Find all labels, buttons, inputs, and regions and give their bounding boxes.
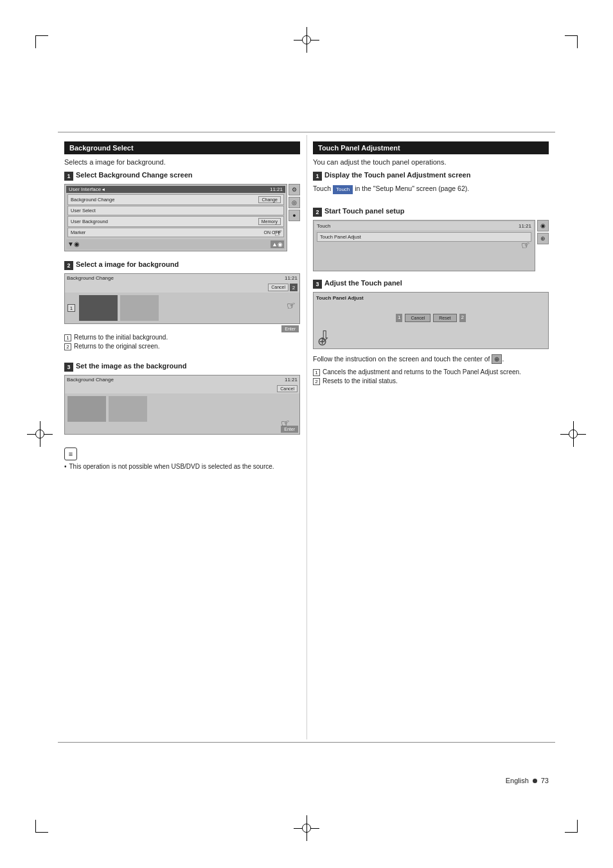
bg-note-content: This operation is not possible when USB/… <box>69 463 274 470</box>
touch-step2-topbar: Touch 11:21 <box>315 222 533 230</box>
touch-instr-suffix: in the "Setup Menu" screen (page 62). <box>355 185 469 192</box>
right-column: Touch Panel Adjustment You can adjust th… <box>313 141 549 739</box>
bg-note-text: • This operation is not possible when US… <box>64 463 300 470</box>
touch-btn-num1: 1 <box>396 314 402 322</box>
bg-step2-titlebar: Background Change 11:21 <box>65 274 299 282</box>
bg-video-icon: ▼◉ <box>67 240 80 248</box>
bg-step1-num: 1 <box>64 172 73 181</box>
bg-step3: 3 Set the image as the background Backgr… <box>64 362 300 435</box>
bg-enter-btn: Enter <box>281 325 299 332</box>
touch-step2-spacer <box>317 242 531 265</box>
bg-row-1: User Select <box>67 206 284 215</box>
touch-header: Touch Panel Adjustment <box>313 141 549 154</box>
bg-step2-cancelbar: Cancel 2 <box>65 282 299 293</box>
crosshair-top <box>294 27 319 53</box>
bg-step3-label: Set the image as the background <box>76 362 186 370</box>
touch-num-list: 1 Cancels the adjustment and returns to … <box>313 368 549 385</box>
bg-step1: 1 Select Background Change screen User I… <box>64 171 300 253</box>
bg-step1-bottom: ▼◉ ▲◉ <box>66 239 285 249</box>
side-icon-1: ⚙ <box>289 184 300 195</box>
touch-cross-icon: ⊕ <box>492 354 502 364</box>
bg-step1-side-icons: ⚙ ◎ ● <box>289 184 300 221</box>
touch-step1-header: 1 Display the Touch panel Adjustment scr… <box>313 171 549 181</box>
bg-step2-num: 2 <box>64 261 73 270</box>
main-content: Background Select Selects a image for ba… <box>64 141 549 739</box>
bg-step1-screen: User Interface ◄ 11:21 Background Change… <box>64 184 287 251</box>
bg-step3-header: 3 Set the image as the background <box>64 362 300 372</box>
touch-step2-screen-wrap: Touch 11:21 Touch Panel Adjust ☞ ◉ ⊕ <box>313 220 549 271</box>
bg-step3-cancelbar: Cancel <box>65 384 299 393</box>
bg-row-2: User Background Memory <box>67 216 284 227</box>
page-number-area: English 73 <box>506 777 549 784</box>
page-language: English <box>506 777 529 784</box>
touch-step1: 1 Display the Touch panel Adjustment scr… <box>313 171 549 199</box>
bg-step3-num: 3 <box>64 363 73 372</box>
touch-step3-title: Touch Panel Adjust <box>316 295 546 301</box>
bg-step2: 2 Select a image for background Backgrou… <box>64 260 300 354</box>
touch-step3-cross: ⊕ <box>317 334 327 348</box>
bottom-divider <box>58 742 555 743</box>
corner-mark-tr <box>565 35 578 48</box>
bg-step2-touch: ☞ <box>285 299 296 312</box>
bg-step2-time: 11:21 <box>285 275 298 281</box>
touch-step3-num: 3 <box>313 280 322 289</box>
page-num-text: 73 <box>541 777 549 784</box>
bg-step1-time: 11:21 <box>270 186 283 192</box>
bg-row-0: Background Change Change <box>67 194 284 205</box>
touch-step2-num: 2 <box>313 208 322 217</box>
touch-panel-adjust-item: Touch Panel Adjust <box>317 232 531 242</box>
touch-step2-screen: Touch 11:21 Touch Panel Adjust <box>313 220 535 271</box>
bg-step2-title: Background Change <box>67 275 114 281</box>
touch-step2-label: Start Touch panel setup <box>324 207 404 215</box>
bg-step2-label: Select a image for background <box>76 260 179 268</box>
touch-step3: 3 Adjust the Touch panel Touch Panel Adj… <box>313 279 549 389</box>
corner-mark-tl <box>35 35 48 48</box>
crosshair-bottom <box>294 815 319 841</box>
bg-num-1: 1 <box>67 304 75 312</box>
touch-step2-title: Touch <box>317 223 330 229</box>
crosshair-left <box>27 421 53 447</box>
bg-step1-header: 1 Select Background Change screen <box>64 171 300 181</box>
touch-btn-num2: 2 <box>459 314 466 322</box>
touch-step2-time: 11:21 <box>519 223 531 229</box>
bg-step3-title: Background Change <box>67 377 114 383</box>
left-column: Background Select Selects a image for ba… <box>64 141 300 739</box>
note-icon: ≡ <box>64 448 77 460</box>
touch-step3-header: 3 Adjust the Touch panel <box>313 279 549 289</box>
touch-step2-body: Touch Panel Adjust <box>315 230 533 267</box>
bg-step2-inner: Background Change 11:21 Cancel 2 1 ☞ <box>64 273 300 334</box>
touch-step2-side-icons: ◉ ⊕ <box>537 220 549 244</box>
crosshair-right <box>560 421 586 447</box>
touch-instr-text: Follow the instruction on the screen and… <box>313 355 490 363</box>
touch-step3-label: Adjust the Touch panel <box>324 279 402 287</box>
touch-desc: You can adjust the touch panel operation… <box>313 158 549 166</box>
bg-step3-touch: ☞ <box>280 417 290 430</box>
bg-step3-image-area <box>65 393 299 424</box>
touch-step2-header: 2 Start Touch panel setup <box>313 207 549 217</box>
bg-cancel-btn: Cancel <box>268 284 289 291</box>
corner-mark-br <box>565 820 578 833</box>
bg-step3-screen: Background Change 11:21 Cancel Enter <box>64 375 300 435</box>
bg-menu-icon: ▲◉ <box>271 240 284 248</box>
bg-step1-rows: Background Change Change User Select Use… <box>66 193 285 239</box>
bg-step1-label: Select Background Change screen <box>76 171 193 179</box>
corner-mark-bl <box>35 820 48 833</box>
touch-num-item-1: 1 Cancels the adjustment and returns to … <box>313 368 549 376</box>
bg-select-desc: Selects a image for background. <box>64 158 300 166</box>
bg-image-area: 1 <box>65 293 299 323</box>
bg-step2-screen-wrap: Background Change 11:21 Cancel 2 1 ☞ <box>64 273 300 334</box>
bg-img-dark <box>79 295 118 321</box>
bg-step3-time: 11:21 <box>285 377 298 383</box>
bg-step1-screen-wrap: User Interface ◄ 11:21 Background Change… <box>64 184 300 253</box>
bg-memory-btn: Memory <box>258 218 281 225</box>
touch-step1-instruction: Touch Touch in the "Setup Menu" screen (… <box>313 184 549 194</box>
touch-step3-instruction: Follow the instruction on the screen and… <box>313 354 549 365</box>
touch-reset-btn: Reset <box>433 314 456 322</box>
bg-step2-header: 2 Select a image for background <box>64 260 300 270</box>
touch-step2-inner: Touch 11:21 Touch Panel Adjust ☞ <box>313 220 535 271</box>
bg-step1-topbar: User Interface ◄ 11:21 <box>66 186 285 193</box>
bg-step1-touch: ☞ <box>272 226 283 240</box>
touch-step3-body: 1 Cancel Reset 2 ⇩ ⊕ <box>316 314 546 346</box>
side-icon-2: ◎ <box>289 197 300 208</box>
touch-step3-btns: 1 Cancel Reset 2 <box>316 314 546 322</box>
